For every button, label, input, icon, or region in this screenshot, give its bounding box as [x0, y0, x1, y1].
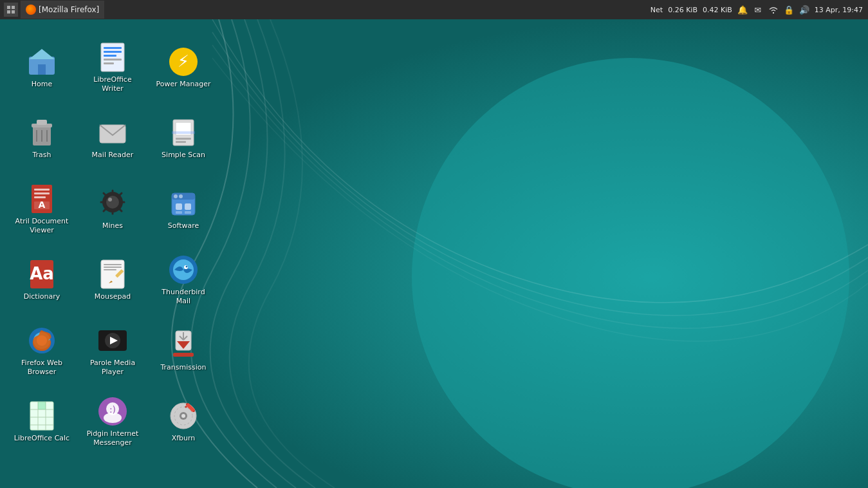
- svg-rect-1: [12, 6, 15, 9]
- svg-text:Aa: Aa: [30, 264, 54, 283]
- transmission-label: Transmission: [160, 363, 206, 372]
- icon-firefox[interactable]: Firefox WebBrowser: [6, 315, 77, 386]
- icon-mines[interactable]: Mines: [77, 174, 148, 245]
- dict-icon-img: Aa: [26, 259, 57, 290]
- svg-point-50: [179, 194, 183, 198]
- icon-atril[interactable]: A Atril DocumentViewer: [6, 174, 77, 245]
- icon-transmission[interactable]: Transmission: [148, 315, 219, 386]
- svg-marker-7: [29, 49, 55, 59]
- icon-libreoffice-writer[interactable]: LibreOfficeWriter: [77, 32, 148, 103]
- writer-label: LibreOfficeWriter: [93, 75, 131, 94]
- wifi-icon[interactable]: [768, 5, 779, 15]
- svg-rect-60: [104, 269, 116, 270]
- svg-rect-20: [37, 120, 47, 125]
- atril-icon-img: A: [26, 183, 57, 214]
- svg-rect-52: [185, 203, 191, 210]
- svg-point-93: [181, 414, 185, 418]
- xfburn-label: Xfburn: [172, 434, 196, 443]
- taskbar: [Mozilla Firefox] Net 0.26 KiB 0.42 KiB …: [0, 0, 868, 19]
- firefox-label: Firefox WebBrowser: [21, 359, 62, 377]
- svg-line-44: [118, 193, 122, 196]
- firefox-taskbar-label: [Mozilla Firefox]: [39, 5, 99, 14]
- icon-xfburn[interactable]: Xfburn: [148, 386, 219, 457]
- volume-icon[interactable]: 🔊: [799, 5, 809, 15]
- net-up: 0.42 KiB: [703, 6, 732, 14]
- dictionary-label: Dictionary: [24, 292, 60, 301]
- icon-power-manager[interactable]: ⚡ Power Manager: [148, 32, 219, 103]
- transmission-icon-img: [168, 330, 199, 361]
- svg-point-37: [106, 196, 119, 209]
- svg-line-43: [118, 208, 122, 211]
- pidgin-icon-img: :): [97, 396, 128, 427]
- svg-rect-32: [34, 192, 50, 194]
- xfburn-icon-img: [168, 400, 199, 431]
- firefox-icon-img: [26, 325, 57, 356]
- icon-trash[interactable]: Trash: [6, 103, 77, 174]
- icon-thunderbird[interactable]: ThunderbirdMail: [148, 245, 219, 315]
- svg-rect-3: [12, 10, 15, 14]
- mousepad-icon-img: [97, 259, 128, 290]
- desktop: Home LibreOfficeWriter ⚡: [0, 19, 868, 488]
- svg-line-45: [104, 208, 107, 211]
- scan-icon-img: [168, 117, 199, 148]
- net-down: 0.26 KiB: [668, 6, 697, 14]
- thunderbird-icon-img: [168, 254, 199, 285]
- mail-icon[interactable]: ✉: [753, 5, 763, 15]
- svg-rect-13: [104, 55, 116, 57]
- svg-rect-27: [176, 138, 191, 140]
- svg-rect-59: [104, 267, 122, 268]
- svg-rect-28: [176, 141, 186, 143]
- svg-rect-86: [38, 402, 46, 409]
- power-icon-img: ⚡: [168, 46, 199, 77]
- icon-home[interactable]: Home: [6, 32, 77, 103]
- svg-point-46: [108, 198, 112, 202]
- svg-text:⚡: ⚡: [178, 52, 189, 71]
- icon-libreoffice-calc[interactable]: LibreOffice Calc: [6, 386, 77, 457]
- apps-button[interactable]: [4, 3, 18, 17]
- svg-rect-0: [7, 6, 10, 9]
- svg-rect-53: [176, 211, 182, 214]
- parole-icon-img: [97, 325, 128, 356]
- mines-icon-img: [97, 188, 128, 219]
- icon-software[interactable]: Software: [148, 174, 219, 245]
- svg-rect-29: [172, 131, 195, 134]
- trash-icon-img: [26, 117, 57, 148]
- svg-rect-12: [104, 51, 122, 53]
- lock-icon[interactable]: 🔒: [784, 5, 794, 15]
- software-label: Software: [168, 221, 199, 230]
- taskbar-right: Net 0.26 KiB 0.42 KiB 🔔 ✉ 🔒 🔊 13 Apr, 19…: [645, 5, 868, 15]
- desktop-icons-grid: Home LibreOfficeWriter ⚡: [6, 32, 219, 488]
- net-label: Net: [651, 6, 663, 14]
- svg-rect-33: [34, 196, 46, 198]
- icon-pidgin[interactable]: :) Pidgin InternetMessenger: [77, 386, 148, 457]
- icon-parole[interactable]: Parole MediaPlayer: [77, 315, 148, 386]
- mousepad-label: Mousepad: [95, 292, 131, 301]
- icon-mousepad[interactable]: Mousepad: [77, 245, 148, 315]
- svg-rect-15: [104, 62, 114, 64]
- atril-label: Atril DocumentViewer: [15, 217, 69, 236]
- mines-label: Mines: [102, 221, 123, 230]
- svg-rect-58: [104, 264, 122, 265]
- taskbar-left: [Mozilla Firefox]: [0, 1, 108, 19]
- svg-point-66: [186, 265, 188, 267]
- svg-rect-51: [176, 203, 182, 210]
- icon-dictionary[interactable]: Aa Dictionary: [6, 245, 77, 315]
- svg-rect-14: [104, 59, 122, 61]
- calc-icon-img: [26, 400, 57, 431]
- writer-icon-img: [97, 42, 128, 73]
- firefox-taskbar-item[interactable]: [Mozilla Firefox]: [21, 1, 104, 19]
- parole-label: Parole MediaPlayer: [90, 359, 135, 377]
- icon-mail-reader[interactable]: Mail Reader: [77, 103, 148, 174]
- svg-text::): :): [109, 404, 116, 415]
- notification-icon[interactable]: 🔔: [737, 5, 748, 15]
- simple-scan-label: Simple Scan: [162, 151, 205, 160]
- calc-label: LibreOffice Calc: [14, 434, 69, 443]
- power-manager-label: Power Manager: [156, 80, 211, 89]
- svg-rect-75: [173, 353, 194, 357]
- svg-point-5: [412, 58, 849, 488]
- home-icon-img: [26, 46, 57, 77]
- svg-rect-11: [104, 47, 122, 49]
- thunderbird-label: ThunderbirdMail: [162, 288, 205, 306]
- datetime: 13 Apr, 19:47: [815, 6, 863, 14]
- icon-simple-scan[interactable]: Simple Scan: [148, 103, 219, 174]
